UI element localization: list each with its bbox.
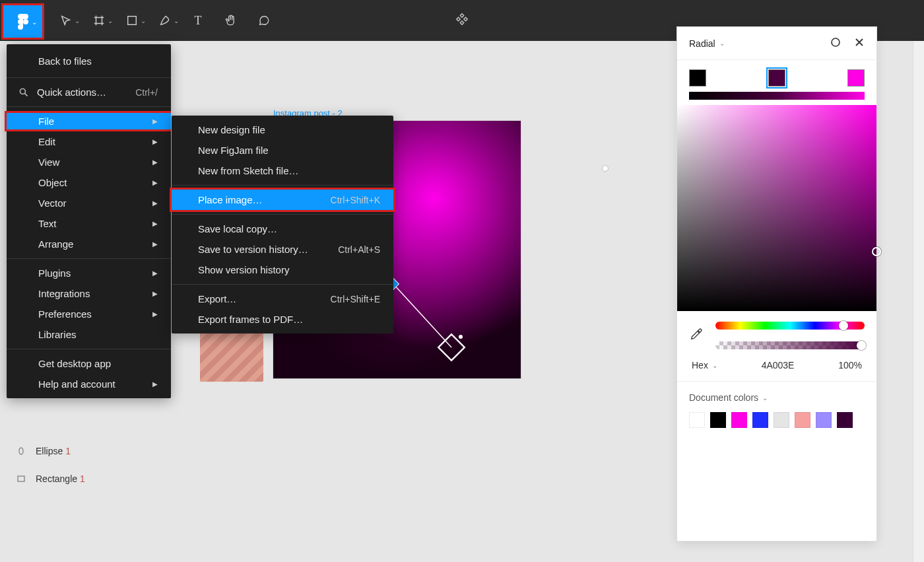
svg-rect-1 (128, 17, 137, 25)
scrollbar[interactable] (913, 41, 924, 562)
svg-point-9 (832, 38, 840, 46)
gradient-stop-1[interactable] (768, 69, 785, 87)
figma-logo-icon (18, 14, 28, 30)
svg-point-0 (23, 19, 28, 24)
menu-vector[interactable]: Vector▶ (7, 193, 171, 213)
menu-back-to-files[interactable]: Back to files (7, 48, 171, 73)
svg-rect-8 (18, 476, 24, 481)
menu-get-desktop[interactable]: Get desktop app (7, 353, 171, 374)
menu-object[interactable]: Object▶ (7, 172, 171, 193)
hex-value[interactable]: 4A003E (762, 360, 795, 370)
move-tool[interactable] (50, 5, 82, 36)
submenu-export[interactable]: Export…Ctrl+Shift+E (172, 289, 393, 309)
chevron-down-icon: ⌄ (719, 40, 725, 47)
swatch[interactable] (752, 412, 768, 428)
rectangle-icon (16, 474, 26, 483)
layer-row-rectangle[interactable]: Rectangle 1 (13, 465, 185, 493)
gradient-stop-2[interactable] (847, 69, 865, 87)
submenu-new-design[interactable]: New design file (172, 120, 393, 140)
menu-plugins[interactable]: Plugins▶ (7, 263, 171, 283)
submenu-new-sketch[interactable]: New from Sketch file… (172, 160, 393, 181)
close-icon[interactable] (854, 37, 865, 50)
file-submenu: New design file New FigJam file New from… (172, 116, 393, 334)
layer-label: Rectangle 1 (36, 474, 85, 484)
ellipse-handle[interactable] (602, 165, 609, 172)
text-tool[interactable]: T (182, 5, 214, 36)
menu-edit[interactable]: Edit▶ (7, 131, 171, 152)
submenu-show-version[interactable]: Show version history (172, 260, 393, 280)
swatch[interactable] (795, 412, 810, 428)
main-menu: Back to files Quick actions… Ctrl+/ File… (7, 44, 171, 398)
blend-mode-icon[interactable] (830, 37, 841, 50)
menu-libraries[interactable]: Libraries (7, 324, 171, 345)
menu-integrations[interactable]: Integrations▶ (7, 283, 171, 304)
svg-point-2 (20, 88, 25, 94)
alpha-slider[interactable] (715, 341, 865, 349)
assets-icon[interactable] (455, 12, 469, 29)
color-mode-dropdown[interactable]: Hex⌄ (692, 360, 717, 370)
swatch[interactable] (710, 412, 726, 428)
swatch[interactable] (816, 412, 832, 428)
figma-menu-button[interactable]: ⌄ (1, 3, 44, 40)
swatch[interactable] (774, 412, 789, 428)
gradient-bar[interactable] (689, 92, 865, 100)
menu-help[interactable]: Help and account▶ (7, 374, 171, 394)
menu-quick-actions[interactable]: Quick actions… Ctrl+/ (7, 82, 171, 102)
submenu-save-local[interactable]: Save local copy… (172, 219, 393, 239)
svg-point-7 (19, 448, 23, 454)
swatch[interactable] (837, 412, 853, 428)
menu-arrange[interactable]: Arrange▶ (7, 234, 171, 254)
menu-file[interactable]: File▶ (5, 111, 171, 131)
layers-list: Ellipse 1 Rectangle 1 (13, 437, 185, 493)
search-icon (18, 87, 29, 98)
menu-view[interactable]: View▶ (7, 152, 171, 172)
color-panel: Radial⌄ Hex⌄ 4A003E 100% Document colors… (677, 27, 876, 541)
document-colors-dropdown[interactable]: Document colors⌄ (689, 392, 865, 403)
hand-tool[interactable] (214, 5, 248, 36)
sv-cursor[interactable] (872, 247, 881, 256)
submenu-place-image[interactable]: Place image…Ctrl+Shift+K (172, 190, 393, 210)
submenu-new-figjam[interactable]: New FigJam file (172, 140, 393, 160)
swatch-row (689, 412, 865, 428)
hue-slider[interactable] (715, 322, 865, 330)
menu-text[interactable]: Text▶ (7, 213, 171, 234)
layer-label: Ellipse 1 (36, 446, 71, 456)
layer-row-ellipse[interactable]: Ellipse 1 (13, 437, 185, 465)
comment-tool[interactable] (248, 5, 280, 36)
chevron-right-icon: ▶ (152, 118, 158, 125)
submenu-export-pdf[interactable]: Export frames to PDF… (172, 309, 393, 330)
pen-tool[interactable] (148, 5, 182, 36)
ellipse-icon (16, 446, 26, 456)
chevron-down-icon: ⌄ (32, 18, 37, 25)
gradient-stops[interactable] (689, 69, 865, 88)
opacity-value[interactable]: 100% (838, 360, 862, 370)
gradient-stop-0[interactable] (689, 69, 706, 87)
frame-tool[interactable] (82, 5, 116, 36)
saturation-value-picker[interactable] (677, 105, 876, 311)
shape-tool[interactable] (116, 5, 148, 36)
swatch[interactable] (689, 412, 705, 428)
menu-preferences[interactable]: Preferences▶ (7, 304, 171, 324)
swatch[interactable] (731, 412, 747, 428)
eyedropper-icon[interactable] (689, 327, 704, 341)
fill-type-dropdown[interactable]: Radial⌄ (689, 38, 725, 49)
submenu-save-version[interactable]: Save to version history…Ctrl+Alt+S (172, 239, 393, 260)
